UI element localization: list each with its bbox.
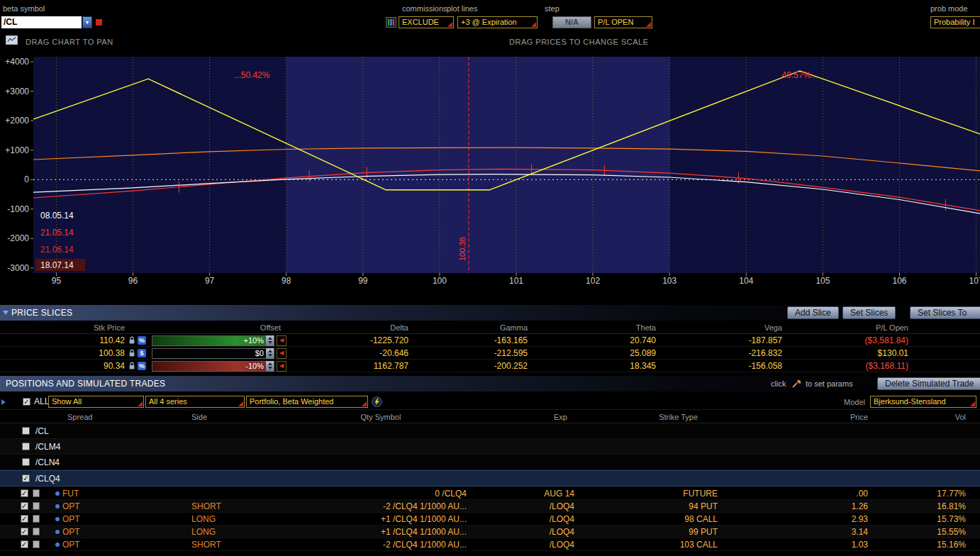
lock-icon[interactable] xyxy=(128,362,135,370)
col-qty-symbol: Qty Symbol xyxy=(291,413,471,421)
trade-checkbox[interactable]: ✓ xyxy=(21,540,28,548)
trade-row[interactable]: ✓ OPT SHORT -2 /CLQ4 1/1000 AU... /LOQ4 … xyxy=(0,500,980,513)
model-label: Model xyxy=(844,398,865,406)
slice-menu-button[interactable]: ◀ xyxy=(277,361,286,372)
beta-symbol-label: beta symbol xyxy=(3,4,45,13)
slice-menu-button[interactable]: ◀ xyxy=(277,348,286,359)
group-label: /CLM4 xyxy=(35,442,60,452)
trade-checkbox-secondary[interactable] xyxy=(33,540,40,548)
add-slice-button[interactable]: Add Slice xyxy=(787,306,839,319)
trade-checkbox-secondary[interactable] xyxy=(33,502,40,510)
group-checkbox[interactable]: ✓ xyxy=(22,474,30,482)
offset-input[interactable]: -10% xyxy=(152,361,274,372)
price-slices-section-header: PRICE SLICES Add Slice Set Slices Set Sl… xyxy=(0,305,980,321)
svg-text:107: 107 xyxy=(969,276,980,286)
trade-side: LONG xyxy=(190,527,291,537)
trade-type: FUT xyxy=(60,489,190,499)
offset-unit-icon[interactable]: $ xyxy=(138,349,146,357)
offset-input[interactable]: $0 xyxy=(152,348,274,359)
slice-price: 90.34 xyxy=(0,361,126,371)
trade-exp: /LOQ4 xyxy=(471,540,576,550)
offset-input[interactable]: +10% xyxy=(152,335,274,346)
col-exp: Exp xyxy=(471,413,576,421)
slice-pl-open: ($3,581.84) xyxy=(784,335,910,345)
pl-display-select[interactable]: P/L OPEN xyxy=(594,16,652,28)
delete-simulated-trade-button[interactable]: Delete Simulated Trade xyxy=(877,377,980,390)
offset-stepper[interactable] xyxy=(266,361,274,372)
all-label: ALL xyxy=(34,396,49,406)
set-slices-to-button[interactable]: Set Slices To xyxy=(910,306,980,319)
wrench-icon[interactable] xyxy=(791,379,803,391)
trade-checkbox[interactable]: ✓ xyxy=(21,528,28,535)
trade-type: OPT xyxy=(60,501,190,511)
group-row[interactable]: /CLN4 xyxy=(0,455,980,470)
group-checkbox[interactable] xyxy=(22,458,30,466)
svg-text:99: 99 xyxy=(358,276,368,286)
svg-text:101: 101 xyxy=(509,276,523,286)
col-vol: Vol xyxy=(869,413,967,421)
commissions-color-icon[interactable] xyxy=(386,17,396,28)
symbol-input[interactable]: /CL xyxy=(1,16,82,28)
model-select[interactable]: Bjerksund-Stensland xyxy=(870,396,976,408)
lock-icon[interactable] xyxy=(128,336,135,345)
offset-unit-icon[interactable]: % xyxy=(138,362,146,370)
all-checkbox[interactable]: ✓ xyxy=(23,398,30,406)
trade-exp: /LOQ4 xyxy=(471,527,576,537)
offset-stepper[interactable] xyxy=(266,335,274,346)
trade-checkbox[interactable]: ✓ xyxy=(21,502,28,510)
risk-profile-chart[interactable]: 9596979899100101102103104105106107+4000+… xyxy=(0,50,980,305)
trade-side: SHORT xyxy=(190,540,291,550)
commissions-select[interactable]: EXCLUDE xyxy=(399,16,454,28)
slice-delta: -20.646 xyxy=(289,348,410,358)
slice-menu-button[interactable]: ◀ xyxy=(277,335,286,346)
trade-exp: /LOQ4 xyxy=(471,514,576,524)
step-label: step xyxy=(545,4,559,13)
trade-qty-symbol: -2 /CLQ4 1/1000 AU... xyxy=(291,501,471,511)
trade-row[interactable]: ✓ FUT 0 /CLQ4 AUG 14 FUTURE .00 17.77% xyxy=(0,487,980,500)
svg-text:49.57%...: 49.57%... xyxy=(782,70,818,80)
commissions-label: commissions xyxy=(402,4,447,13)
trade-checkbox-secondary[interactable] xyxy=(33,515,40,523)
group-row-expanded[interactable]: ✓ /CLQ4 xyxy=(0,470,980,486)
plot-lines-value: +3 @ Expiration xyxy=(461,18,517,26)
group-row[interactable]: /CLM4 xyxy=(0,439,980,455)
group-row[interactable]: /CL xyxy=(0,423,980,439)
trade-strike-type: 103 CALL xyxy=(576,540,719,550)
positions-title: POSITIONS AND SIMULATED TRADES xyxy=(6,379,165,389)
svg-text:-3000: -3000 xyxy=(7,263,29,273)
trade-row[interactable]: ✓ OPT LONG +1 /CLQ4 1/1000 AU... /LOQ4 9… xyxy=(0,513,980,526)
positions-column-headers: Spread Side Qty Symbol Exp Strike Type P… xyxy=(0,411,980,423)
price-slice-row: 90.34 % -10% ◀ 1162.787 -200.252 18.345 … xyxy=(0,360,980,372)
show-filter-select[interactable]: Show All xyxy=(48,396,144,408)
set-slices-button[interactable]: Set Slices xyxy=(842,306,896,319)
trade-qty-symbol: +1 /CLQ4 1/1000 AU... xyxy=(291,514,471,524)
group-checkbox[interactable] xyxy=(22,443,30,450)
trade-checkbox-secondary[interactable] xyxy=(33,489,40,497)
offset-unit-icon[interactable]: % xyxy=(138,336,146,345)
beta-weighting-bolt-icon[interactable] xyxy=(372,396,382,409)
chart-settings-icon[interactable] xyxy=(6,35,18,45)
trade-checkbox[interactable]: ✓ xyxy=(21,489,28,497)
svg-text:08.05.14: 08.05.14 xyxy=(40,211,74,221)
trade-row[interactable]: ✓ OPT LONG +1 /CLQ4 1/1000 AU... /LOQ4 9… xyxy=(0,526,980,538)
series-filter-select[interactable]: All 4 series xyxy=(145,396,245,408)
trade-checkbox-secondary[interactable] xyxy=(33,528,40,535)
symbol-dropdown-button[interactable]: ▼ xyxy=(82,16,92,28)
group-checkbox[interactable] xyxy=(22,427,30,435)
prob-mode-select[interactable]: Probability I xyxy=(930,16,980,28)
trade-exp: /LOQ4 xyxy=(471,501,576,511)
trade-row[interactable]: ✓ OPT SHORT -2 /CLQ4 1/1000 AU... /LOQ4 … xyxy=(0,538,980,551)
trade-strike-type: 94 PUT xyxy=(576,501,719,511)
expander-arrow-icon[interactable] xyxy=(1,399,6,405)
offset-stepper[interactable] xyxy=(266,348,274,359)
trade-strike-type: 99 PUT xyxy=(576,527,719,537)
svg-text:97: 97 xyxy=(205,276,215,286)
collapse-arrow-icon[interactable] xyxy=(3,311,9,315)
plot-lines-select[interactable]: +3 @ Expiration xyxy=(457,16,538,28)
weighting-select[interactable]: Portfolio, Beta Weighted xyxy=(246,396,368,408)
positions-section-header: POSITIONS AND SIMULATED TRADES click to … xyxy=(0,376,980,391)
svg-text:100: 100 xyxy=(433,276,447,286)
lock-icon[interactable] xyxy=(128,349,135,357)
slice-theta: 25.089 xyxy=(529,348,657,358)
trade-checkbox[interactable]: ✓ xyxy=(21,515,28,523)
